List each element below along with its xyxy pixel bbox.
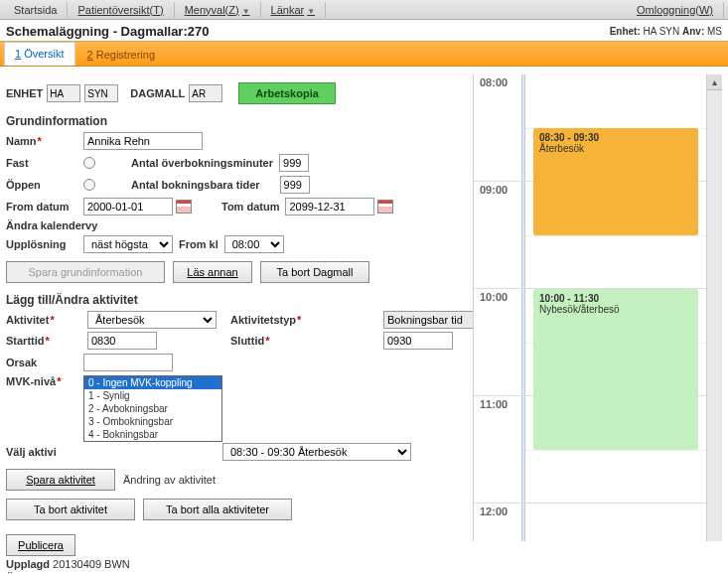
starttid-input[interactable] bbox=[87, 332, 157, 350]
mvk-option-0[interactable]: 0 - Ingen MVK-koppling bbox=[84, 376, 221, 389]
ta-bort-dagmall-button[interactable]: Ta bort Dagmall bbox=[260, 261, 369, 283]
tab-label: Översikt bbox=[24, 48, 64, 60]
namn-input[interactable] bbox=[83, 132, 203, 150]
mvk-option-3[interactable]: 3 - Ombokningsbar bbox=[84, 415, 221, 428]
hour-gutter bbox=[521, 182, 525, 288]
mvk-dropdown-list: 0 - Ingen MVK-koppling 1 - Synlig 2 - Av… bbox=[83, 375, 222, 442]
upplagd-label: Upplagd bbox=[6, 558, 50, 570]
fast-radio[interactable] bbox=[83, 157, 95, 169]
valj-aktivitet-select[interactable]: 08:30 - 09:30 Återbesök bbox=[222, 443, 411, 461]
tab-label: Registrering bbox=[96, 49, 155, 61]
hour-gutter bbox=[521, 289, 525, 395]
menu-startsida[interactable]: Startsida bbox=[4, 2, 68, 18]
tomdatum-input[interactable] bbox=[285, 198, 374, 215]
unit-row: ENHET DAGMALL Arbetskopia bbox=[6, 82, 463, 104]
content: ENHET DAGMALL Arbetskopia Grundinformati… bbox=[0, 67, 728, 574]
spara-grundinformation-button[interactable]: Spara grundinformation bbox=[6, 261, 165, 283]
upplosning-select[interactable]: näst högsta bbox=[83, 235, 173, 253]
header-anv-value: MS bbox=[707, 26, 722, 37]
hour-gutter bbox=[521, 396, 525, 502]
dagmall-field[interactable] bbox=[189, 84, 222, 102]
hour-label: 10:00 bbox=[480, 291, 508, 303]
tab-num: 2 bbox=[87, 49, 93, 61]
enhet-field-2[interactable] bbox=[84, 84, 118, 102]
publicera-button[interactable]: Publicera bbox=[6, 534, 75, 556]
section-grundinformation: Grundinformation bbox=[6, 114, 463, 128]
event-time: 08:30 - 09:30 bbox=[539, 132, 692, 143]
dagmall-label: DAGMALL bbox=[130, 87, 185, 99]
menu-menyval-label: Menyval(Z) bbox=[185, 4, 239, 16]
page-header: Schemaläggning - Dagmallar:270 Enhet: HA… bbox=[0, 20, 728, 41]
bookable-input[interactable] bbox=[280, 176, 310, 194]
calendar-scrollbar[interactable]: ▴ bbox=[706, 74, 722, 541]
oppen-radio[interactable] bbox=[83, 179, 95, 191]
scroll-up-icon[interactable]: ▴ bbox=[707, 74, 722, 90]
ta-bort-aktivitet-button[interactable]: Ta bort aktivitet bbox=[6, 499, 135, 520]
calendar-event-aterbesok[interactable]: 08:30 - 09:30 Återbesök bbox=[533, 128, 698, 235]
header-enhet-value: HA SYN bbox=[644, 26, 680, 37]
tab-registrering[interactable]: 2 Registrering bbox=[77, 44, 166, 66]
valj-aktivitet-label: Välj aktivi bbox=[6, 446, 83, 458]
oppen-label: Öppen bbox=[6, 179, 83, 191]
hour-gutter bbox=[521, 74, 525, 181]
overbook-label: Antal överbokningsminuter bbox=[131, 157, 273, 169]
tomdatum-label: Tom datum bbox=[221, 201, 279, 213]
mvk-option-4[interactable]: 4 - Bokningsbar bbox=[84, 428, 221, 441]
las-annan-button[interactable]: Läs annan bbox=[173, 261, 252, 283]
orsak-label: Orsak bbox=[6, 357, 83, 368]
hour-label: 11:00 bbox=[480, 398, 508, 410]
chevron-down-icon: ▼ bbox=[307, 7, 315, 16]
namn-label: Namn bbox=[6, 135, 83, 147]
upplagd-value: 20130409 BWN bbox=[53, 558, 130, 570]
hour-gutter bbox=[521, 503, 525, 541]
calendar-body: 08:00 09:00 10:00 11:00 12:00 bbox=[474, 74, 706, 541]
enhet-field-1[interactable] bbox=[47, 84, 80, 102]
sluttid-input[interactable] bbox=[383, 332, 453, 350]
calendar-icon[interactable] bbox=[176, 200, 192, 214]
orsak-input[interactable] bbox=[83, 354, 173, 371]
spara-aktivitet-button[interactable]: Spara aktivitet bbox=[6, 469, 115, 491]
menu-lankar[interactable]: Länkar▼ bbox=[261, 2, 327, 18]
arbetskopia-badge: Arbetskopia bbox=[238, 82, 336, 104]
menu-omloggning[interactable]: Omloggning(W) bbox=[627, 2, 724, 18]
andring-av-aktivitet-label: Ändring av aktivitet bbox=[123, 474, 216, 486]
menu-lankar-label: Länkar bbox=[271, 4, 305, 16]
aktivitet-select[interactable]: Återbesök bbox=[87, 311, 217, 329]
calendar-panel: 08:00 09:00 10:00 11:00 12:00 bbox=[473, 74, 722, 574]
event-time: 10:00 - 11:30 bbox=[539, 293, 692, 304]
fromkl-select[interactable]: 08:00 bbox=[224, 235, 284, 253]
hour-label: 12:00 bbox=[480, 505, 508, 517]
mvk-option-2[interactable]: 2 - Avbokningsbar bbox=[84, 402, 221, 415]
ta-bort-alla-aktiviteter-button[interactable]: Ta bort alla aktiviteter bbox=[143, 499, 292, 520]
fromdatum-input[interactable] bbox=[83, 198, 173, 215]
page-title: Schemaläggning - Dagmallar:270 bbox=[6, 24, 209, 39]
enhet-label: ENHET bbox=[6, 87, 43, 99]
header-enhet-label: Enhet: bbox=[610, 26, 641, 37]
aktivitetstyp-label: Aktivitetstyp bbox=[230, 314, 379, 326]
menu-patientoversikt[interactable]: Patientöversikt(T) bbox=[68, 2, 174, 18]
overbook-input[interactable] bbox=[279, 154, 309, 172]
menu-menyval[interactable]: Menyval(Z)▼ bbox=[175, 2, 261, 18]
tab-oversikt[interactable]: 1 Översikt bbox=[4, 42, 75, 66]
tab-num: 1 bbox=[15, 48, 21, 60]
fromdatum-label: From datum bbox=[6, 201, 83, 213]
fromkl-label: From kl bbox=[179, 238, 218, 250]
kalendervy-title: Ändra kalendervy bbox=[6, 219, 463, 231]
left-column: ENHET DAGMALL Arbetskopia Grundinformati… bbox=[6, 74, 463, 574]
starttid-label: Starttid bbox=[6, 335, 83, 347]
calendar-icon[interactable] bbox=[377, 200, 393, 214]
calendar: 08:00 09:00 10:00 11:00 12:00 bbox=[473, 74, 722, 541]
header-context: Enhet: HA SYN Anv: MS bbox=[610, 26, 722, 37]
event-title: Återbesök bbox=[539, 143, 584, 154]
hour-row-1200: 12:00 bbox=[474, 503, 706, 541]
tab-bar: 1 Översikt 2 Registrering bbox=[0, 41, 728, 67]
fast-label: Fast bbox=[6, 157, 83, 169]
chevron-down-icon: ▼ bbox=[242, 7, 250, 16]
mvk-label: MVK-nivå bbox=[6, 375, 83, 387]
hour-label: 08:00 bbox=[480, 76, 508, 88]
calendar-event-nybesok[interactable]: 10:00 - 11:30 Nybesök/återbesö bbox=[533, 289, 698, 450]
bookable-label: Antal bokningsbara tider bbox=[131, 179, 260, 191]
hour-label: 09:00 bbox=[480, 184, 508, 196]
sluttid-label: Sluttid bbox=[230, 335, 379, 347]
mvk-option-1[interactable]: 1 - Synlig bbox=[84, 389, 221, 402]
